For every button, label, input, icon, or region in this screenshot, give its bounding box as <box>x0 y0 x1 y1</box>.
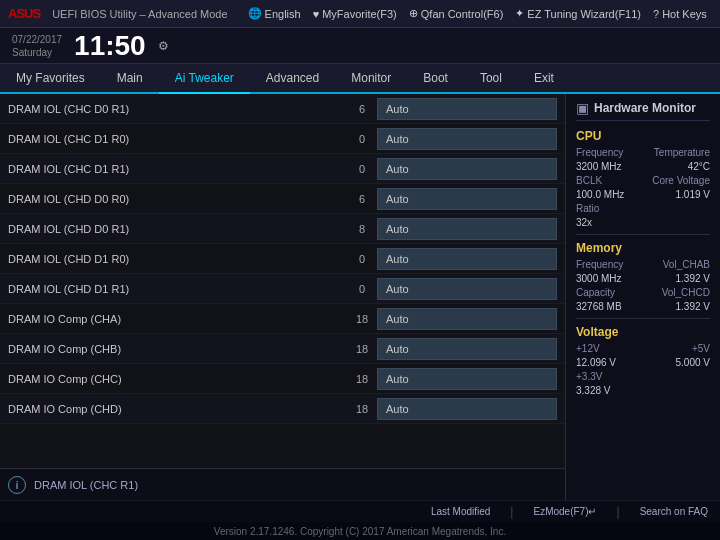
mem-freq-row: Frequency Vol_CHAB <box>576 259 710 270</box>
info-text: DRAM IOL (CHC R1) <box>34 479 138 491</box>
nav-ai-tweaker[interactable]: Ai Tweaker <box>159 64 250 94</box>
hw-monitor-title: Hardware Monitor <box>594 101 696 115</box>
volt-12v-label: +12V <box>576 343 600 354</box>
setting-number: 0 <box>347 253 377 265</box>
cpu-section-title: CPU <box>576 129 710 143</box>
table-row[interactable]: DRAM IOL (CHD D1 R1)0Auto <box>0 274 565 304</box>
setting-number: 0 <box>347 133 377 145</box>
mem-cap-label: Capacity <box>576 287 615 298</box>
monitor-icon: ▣ <box>576 100 589 116</box>
globe-icon: 🌐 <box>248 7 262 20</box>
hotkeys-btn[interactable]: ? Hot Keys <box>653 8 707 20</box>
cpu-bclk-row: BCLK Core Voltage <box>576 175 710 186</box>
mem-volchab-value: 1.392 V <box>676 273 710 284</box>
setting-option[interactable]: Auto <box>377 398 557 420</box>
volt-12v-row: +12V +5V <box>576 343 710 354</box>
hw-monitor-header: ▣ Hardware Monitor <box>576 100 710 121</box>
date-display: 07/22/2017 Saturday <box>12 33 62 59</box>
fan-icon: ⊕ <box>409 7 418 20</box>
setting-option[interactable]: Auto <box>377 128 557 150</box>
setting-option[interactable]: Auto <box>377 98 557 120</box>
cpu-bclk-label: BCLK <box>576 175 602 186</box>
setting-option[interactable]: Auto <box>377 368 557 390</box>
memory-section-title: Memory <box>576 241 710 255</box>
settings-table: DRAM IOL (CHC D0 R1)6AutoDRAM IOL (CHC D… <box>0 94 565 468</box>
volt-33v-val-row: 3.328 V <box>576 385 710 396</box>
table-row[interactable]: DRAM IO Comp (CHD)18Auto <box>0 394 565 424</box>
info-icon: i <box>8 476 26 494</box>
mem-cap-value: 32768 MB <box>576 301 622 312</box>
nav-bar: My Favorites Main Ai Tweaker Advanced Mo… <box>0 64 720 94</box>
cpu-ratio-val-row: 32x <box>576 217 710 228</box>
table-row[interactable]: DRAM IO Comp (CHA)18Auto <box>0 304 565 334</box>
top-bar: ASUS UEFI BIOS Utility – Advanced Mode 🌐… <box>0 0 720 28</box>
nav-monitor[interactable]: Monitor <box>335 64 407 92</box>
table-row[interactable]: DRAM IOL (CHC D1 R0)0Auto <box>0 124 565 154</box>
setting-name: DRAM IO Comp (CHB) <box>8 343 347 355</box>
nav-exit[interactable]: Exit <box>518 64 570 92</box>
setting-option[interactable]: Auto <box>377 158 557 180</box>
cpu-freq-label: Frequency <box>576 147 623 158</box>
cpu-temp-value: 42°C <box>688 161 710 172</box>
english-lang[interactable]: 🌐 English <box>248 7 301 20</box>
setting-number: 6 <box>347 103 377 115</box>
table-row[interactable]: DRAM IO Comp (CHB)18Auto <box>0 334 565 364</box>
nav-boot[interactable]: Boot <box>407 64 464 92</box>
nav-tool[interactable]: Tool <box>464 64 518 92</box>
mem-volchcd-value: 1.392 V <box>676 301 710 312</box>
last-modified-btn[interactable]: Last Modified <box>431 506 490 517</box>
left-panel: DRAM IOL (CHC D0 R1)6AutoDRAM IOL (CHC D… <box>0 94 565 500</box>
mem-freq-val-row: 3000 MHz 1.392 V <box>576 273 710 284</box>
mem-volchcd-label: Vol_CHCD <box>662 287 710 298</box>
setting-number: 0 <box>347 283 377 295</box>
mem-freq-value: 3000 MHz <box>576 273 622 284</box>
ez-tuning-btn[interactable]: ✦ EZ Tuning Wizard(F11) <box>515 7 641 20</box>
setting-option[interactable]: Auto <box>377 218 557 240</box>
cpu-freq-value: 3200 MHz <box>576 161 622 172</box>
volt-12v-value: 12.096 V <box>576 357 616 368</box>
cpu-freq-val-row: 3200 MHz 42°C <box>576 161 710 172</box>
voltage-section-title: Voltage <box>576 325 710 339</box>
table-row[interactable]: DRAM IOL (CHC D1 R1)0Auto <box>0 154 565 184</box>
cpu-ratio-label: Ratio <box>576 203 599 214</box>
top-bar-icons: 🌐 English ♥ MyFavorite(F3) ⊕ Qfan Contro… <box>248 7 707 20</box>
setting-number: 8 <box>347 223 377 235</box>
main-content: DRAM IOL (CHC D0 R1)6AutoDRAM IOL (CHC D… <box>0 94 720 500</box>
table-row[interactable]: DRAM IOL (CHD D0 R0)6Auto <box>0 184 565 214</box>
nav-main[interactable]: Main <box>101 64 159 92</box>
table-row[interactable]: DRAM IOL (CHD D0 R1)8Auto <box>0 214 565 244</box>
table-row[interactable]: DRAM IO Comp (CHC)18Auto <box>0 364 565 394</box>
asus-logo: ASUS <box>8 6 40 21</box>
mem-cap-row: Capacity Vol_CHCD <box>576 287 710 298</box>
cpu-divider <box>576 234 710 235</box>
setting-number: 18 <box>347 343 377 355</box>
setting-name: DRAM IO Comp (CHD) <box>8 403 347 415</box>
volt-5v-value: 5.000 V <box>676 357 710 368</box>
cpu-ratio-row: Ratio <box>576 203 710 214</box>
volt-33v-row: +3.3V <box>576 371 710 382</box>
settings-gear-icon[interactable]: ⚙ <box>158 39 169 53</box>
setting-option[interactable]: Auto <box>377 188 557 210</box>
setting-option[interactable]: Auto <box>377 248 557 270</box>
nav-advanced[interactable]: Advanced <box>250 64 335 92</box>
time-bar: 07/22/2017 Saturday 11:50 ⚙ <box>0 28 720 64</box>
mem-cap-val-row: 32768 MB 1.392 V <box>576 301 710 312</box>
separator-2: | <box>617 505 620 519</box>
wizard-icon: ✦ <box>515 7 524 20</box>
setting-option[interactable]: Auto <box>377 308 557 330</box>
table-row[interactable]: DRAM IOL (CHD D1 R0)0Auto <box>0 244 565 274</box>
myfavorite-btn[interactable]: ♥ MyFavorite(F3) <box>313 8 397 20</box>
ez-mode-btn[interactable]: EzMode(F7)↵ <box>533 506 596 517</box>
search-faq-btn[interactable]: Search on FAQ <box>640 506 708 517</box>
setting-option[interactable]: Auto <box>377 338 557 360</box>
setting-option[interactable]: Auto <box>377 278 557 300</box>
qfan-btn[interactable]: ⊕ Qfan Control(F6) <box>409 7 504 20</box>
setting-name: DRAM IO Comp (CHC) <box>8 373 347 385</box>
nav-my-favorites[interactable]: My Favorites <box>0 64 101 92</box>
cpu-bclk-value: 100.0 MHz <box>576 189 624 200</box>
setting-number: 0 <box>347 163 377 175</box>
cpu-ratio-value: 32x <box>576 217 592 228</box>
mem-volchab-label: Vol_CHAB <box>663 259 710 270</box>
table-row[interactable]: DRAM IOL (CHC D0 R1)6Auto <box>0 94 565 124</box>
setting-number: 6 <box>347 193 377 205</box>
